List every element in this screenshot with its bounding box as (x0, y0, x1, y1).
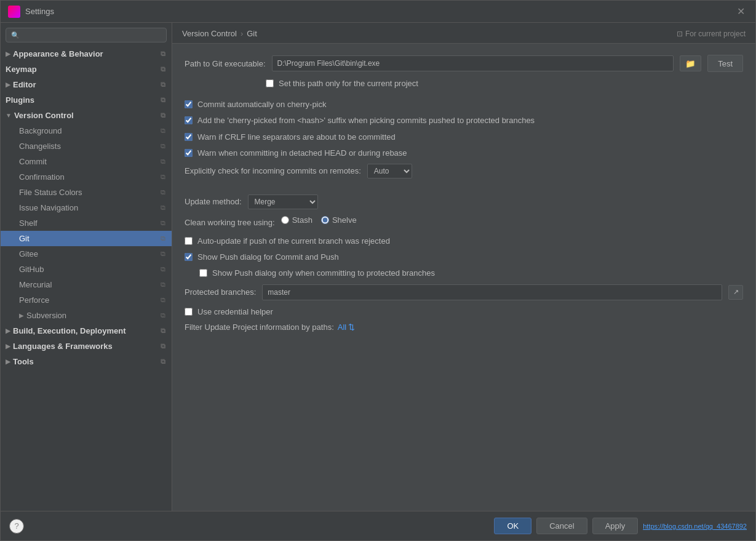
sidebar-label-background: Background (19, 126, 62, 135)
sidebar-item-issue-navigation[interactable]: Issue Navigation ⧉ (1, 200, 172, 215)
sidebar-item-background[interactable]: Background ⧉ (1, 123, 172, 138)
update-method-row: Update method: Merge Rebase Branch Defau… (185, 194, 743, 209)
clean-working-tree-radio-group: Stash Shelve (281, 215, 357, 225)
sidebar-item-languages[interactable]: ▶ Languages & Frameworks ⧉ (1, 339, 172, 354)
ok-button[interactable]: OK (494, 518, 531, 534)
sidebar: 🔍 ▶ Appearance & Behavior ⧉ Keymap ⧉ ▶ E… (1, 23, 172, 511)
close-button[interactable]: ✕ (733, 4, 748, 19)
copy-icon-languages: ⧉ (161, 342, 165, 350)
git-path-input[interactable] (272, 55, 674, 71)
sidebar-label-plugins: Plugins (6, 95, 34, 105)
sidebar-label-issue-navigation: Issue Navigation (19, 203, 78, 212)
sidebar-item-keymap[interactable]: Keymap ⧉ (1, 62, 172, 77)
app-icon (8, 6, 20, 18)
copy-icon-tools: ⧉ (161, 358, 165, 366)
set-path-only-row: Set this path only for the current proje… (266, 78, 743, 89)
expand-arrow-appearance: ▶ (6, 50, 10, 57)
warn-crlf-checkbox[interactable] (185, 133, 193, 141)
set-path-only-checkbox[interactable] (266, 79, 274, 87)
sidebar-item-perforce[interactable]: Perforce ⧉ (1, 292, 172, 308)
credential-helper-row: Use credential helper (185, 307, 743, 318)
sidebar-item-build[interactable]: ▶ Build, Execution, Deployment ⧉ (1, 323, 172, 339)
title-bar: Settings ✕ (1, 1, 755, 23)
sidebar-label-version-control: Version Control (14, 111, 74, 120)
copy-icon-appearance: ⧉ (161, 50, 165, 58)
sidebar-item-git[interactable]: Git ⧉ (1, 231, 172, 246)
set-path-only-label: Set this path only for the current proje… (279, 78, 418, 89)
shelve-radio-label[interactable]: Shelve (321, 215, 357, 225)
protected-branches-expand-button[interactable]: ↗ (728, 285, 743, 300)
warn-detached-checkbox[interactable] (185, 149, 193, 157)
cherry-pick-suffix-row: Add the 'cherry-picked from <hash>' suff… (185, 115, 743, 126)
warn-crlf-label: Warn if CRLF line separators are about t… (197, 132, 396, 143)
sidebar-item-gitee[interactable]: Gitee ⧉ (1, 246, 172, 262)
expand-arrow-tools: ▶ (6, 358, 10, 365)
filter-dropdown-button[interactable]: All ⇅ (338, 323, 355, 332)
update-method-select[interactable]: Merge Rebase Branch Default (248, 194, 318, 209)
expand-arrow-subversion: ▶ (19, 312, 24, 319)
sidebar-item-file-status-colors[interactable]: File Status Colors ⧉ (1, 185, 172, 200)
filter-dropdown-arrow: ⇅ (348, 323, 355, 332)
sidebar-item-github[interactable]: GitHub ⧉ (1, 262, 172, 277)
help-button[interactable]: ? (9, 519, 24, 534)
search-box[interactable]: 🔍 (6, 28, 167, 42)
test-button[interactable]: Test (707, 55, 743, 72)
settings-window: Settings ✕ 🔍 ▶ Appearance & Behavior ⧉ K… (0, 0, 756, 541)
search-input[interactable] (23, 31, 161, 39)
bottom-right: OK Cancel Apply https://blog.csdn.net/qq… (494, 518, 747, 534)
sidebar-item-shelf[interactable]: Shelf ⧉ (1, 215, 172, 231)
stash-label: Stash (292, 215, 312, 225)
cherry-pick-suffix-label: Add the 'cherry-picked from <hash>' suff… (197, 115, 535, 126)
sidebar-item-subversion[interactable]: ▶ Subversion ⧉ (1, 308, 172, 323)
warn-detached-label: Warn when committing in detached HEAD or… (197, 148, 407, 159)
sidebar-item-tools[interactable]: ▶ Tools ⧉ (1, 354, 172, 369)
cancel-button[interactable]: Cancel (536, 518, 587, 534)
sidebar-label-git: Git (19, 234, 30, 243)
sidebar-label-subversion: Subversion (26, 311, 66, 320)
copy-icon-subversion: ⧉ (161, 311, 165, 319)
git-path-row: Path to Git executable: 📁 Test (185, 55, 743, 72)
sidebar-item-mercurial[interactable]: Mercurial ⧉ (1, 277, 172, 292)
cherry-pick-suffix-checkbox[interactable] (185, 116, 193, 124)
apply-button[interactable]: Apply (592, 518, 639, 534)
settings-body: Path to Git executable: 📁 Test Set this … (172, 44, 755, 511)
stash-radio[interactable] (281, 216, 289, 224)
breadcrumb-project: ⊡ For current project (677, 30, 746, 38)
sidebar-item-confirmation[interactable]: Confirmation ⧉ (1, 169, 172, 185)
breadcrumb-vc: Version Control (182, 29, 237, 38)
credential-helper-label: Use credential helper (197, 307, 273, 318)
copy-icon-background: ⧉ (161, 127, 165, 135)
sidebar-label-build: Build, Execution, Deployment (13, 326, 125, 335)
incoming-commits-select[interactable]: Auto Always Never (367, 164, 412, 178)
show-push-row: Show Push dialog for Commit and Push (185, 252, 743, 263)
sidebar-item-appearance[interactable]: ▶ Appearance & Behavior ⧉ (1, 46, 172, 62)
copy-icon-git: ⧉ (161, 234, 165, 242)
shelve-radio[interactable] (321, 216, 329, 224)
bottom-bar: ? OK Cancel Apply https://blog.csdn.net/… (1, 511, 755, 540)
folder-browse-button[interactable]: 📁 (680, 55, 701, 71)
sidebar-label-file-status-colors: File Status Colors (19, 188, 82, 197)
copy-icon-plugins: ⧉ (161, 96, 165, 104)
sidebar-item-version-control[interactable]: ▼ Version Control ⧉ (1, 108, 172, 123)
sidebar-item-changelists[interactable]: Changelists ⧉ (1, 138, 172, 154)
update-method-label: Update method: (185, 197, 242, 206)
copy-icon-perforce: ⧉ (161, 296, 165, 304)
clean-working-tree-row: Clean working tree using: Stash Shelve (185, 215, 743, 230)
credential-helper-checkbox[interactable] (185, 308, 193, 316)
auto-update-checkbox[interactable] (185, 237, 193, 245)
commit-cherry-pick-label: Commit automatically on cherry-pick (197, 99, 327, 110)
show-push-label: Show Push dialog for Commit and Push (197, 252, 339, 263)
expand-arrow-build: ▶ (6, 327, 10, 334)
breadcrumb-project-label: For current project (685, 30, 746, 38)
sidebar-item-editor[interactable]: ▶ Editor ⧉ (1, 77, 172, 92)
stash-radio-label[interactable]: Stash (281, 215, 312, 225)
content-area: 🔍 ▶ Appearance & Behavior ⧉ Keymap ⧉ ▶ E… (1, 23, 755, 511)
sidebar-item-plugins[interactable]: Plugins ⧉ (1, 92, 172, 108)
sidebar-label-mercurial: Mercurial (19, 280, 52, 289)
protected-branches-input[interactable] (262, 284, 722, 300)
show-push-protected-checkbox[interactable] (199, 269, 207, 277)
show-push-checkbox[interactable] (185, 253, 193, 261)
sidebar-label-tools: Tools (13, 357, 34, 366)
commit-cherry-pick-checkbox[interactable] (185, 100, 193, 108)
sidebar-item-commit[interactable]: Commit ⧉ (1, 154, 172, 169)
